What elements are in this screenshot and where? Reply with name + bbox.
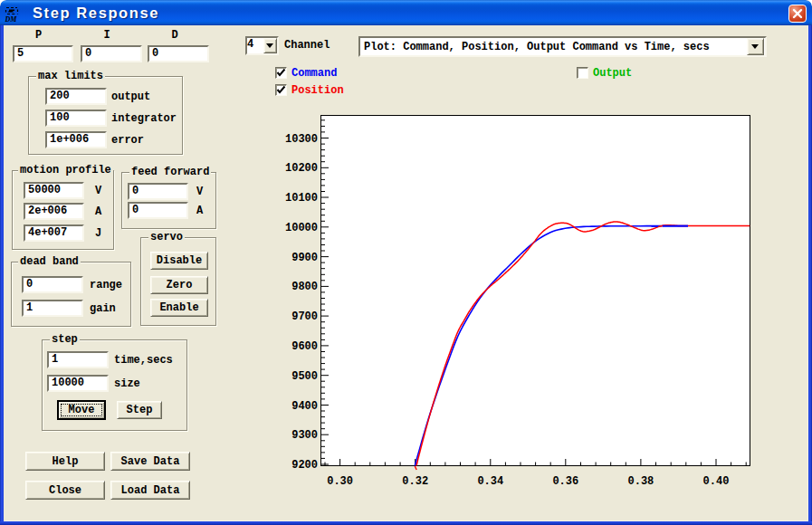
svg-text:0.30: 0.30 (327, 475, 353, 488)
svg-text:9400: 9400 (291, 400, 318, 413)
svg-text:0.40: 0.40 (703, 475, 730, 488)
svg-text:10300: 10300 (285, 133, 318, 146)
svg-text:10000: 10000 (285, 222, 318, 234)
svg-text:9700: 9700 (291, 310, 318, 323)
svg-text:9200: 9200 (291, 459, 318, 472)
svg-text:9500: 9500 (291, 370, 318, 383)
svg-text:9600: 9600 (291, 340, 318, 353)
svg-text:0.38: 0.38 (627, 475, 654, 488)
svg-text:0.36: 0.36 (552, 475, 578, 488)
svg-text:9900: 9900 (291, 252, 318, 264)
svg-text:10200: 10200 (285, 162, 318, 175)
svg-text:0.32: 0.32 (402, 475, 428, 488)
svg-text:10100: 10100 (285, 192, 318, 205)
svg-text:0.34: 0.34 (477, 475, 503, 488)
svg-text:9300: 9300 (291, 429, 318, 442)
svg-text:9800: 9800 (291, 281, 318, 293)
